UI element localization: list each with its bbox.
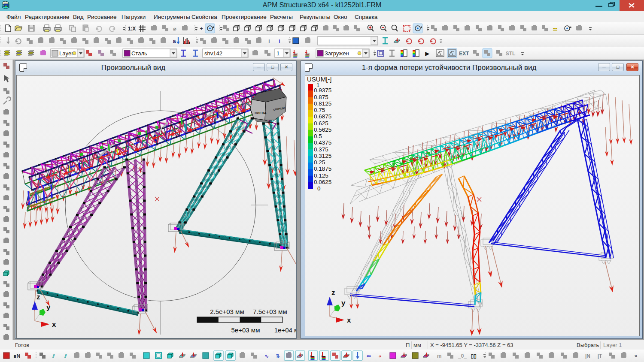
svg-text:⫽: ⫽ [64, 353, 67, 359]
svg-text:1:X: 1:X [128, 26, 136, 32]
svg-text:0.75: 0.75 [314, 107, 325, 113]
svg-text:7.5e+03 мм: 7.5e+03 мм [253, 308, 287, 315]
svg-text:⌀: ⌀ [173, 26, 176, 32]
svg-text:»: » [635, 353, 638, 359]
svg-text:0.6875: 0.6875 [314, 113, 331, 120]
svg-text:0.1875: 0.1875 [314, 166, 331, 172]
svg-text:EXT: EXT [459, 51, 469, 57]
svg-text:⇅: ⇅ [276, 353, 280, 359]
svg-text:+: + [200, 26, 203, 32]
svg-text:0.5: 0.5 [314, 133, 322, 139]
svg-text:i: i [279, 38, 280, 44]
svg-text:1: 1 [276, 50, 279, 57]
svg-text:2.5e+03 мм: 2.5e+03 мм [210, 308, 244, 315]
svg-text:|T: |T [598, 353, 602, 359]
svg-text:0.0625: 0.0625 [314, 179, 331, 185]
svg-text:shv142: shv142 [204, 50, 222, 57]
svg-text:0.9375: 0.9375 [314, 87, 331, 94]
svg-text:0.875: 0.875 [314, 94, 328, 100]
svg-text:0.375: 0.375 [314, 146, 328, 153]
svg-text:y: y [341, 299, 346, 307]
svg-text:0.625: 0.625 [314, 120, 328, 127]
svg-text:0: 0 [317, 185, 321, 192]
svg-text:∎N: ∎N [13, 353, 20, 359]
svg-text:Загружен: Загружен [325, 50, 349, 57]
svg-text:Layer: Layer [59, 50, 73, 57]
svg-text:0.8125: 0.8125 [314, 100, 331, 107]
svg-text:а: а [173, 38, 176, 44]
svg-text:Сталь: Сталь [131, 50, 147, 57]
svg-text:⫽: ⫽ [52, 353, 55, 359]
svg-text:0.4375: 0.4375 [314, 139, 331, 146]
svg-text:СЛЕВА: СЛЕВА [255, 111, 267, 115]
svg-text:m: m [437, 353, 442, 359]
svg-text:_0_: _0_ [458, 353, 467, 359]
svg-text:0.125: 0.125 [314, 172, 328, 179]
svg-text:5e+03 мм: 5e+03 мм [231, 326, 260, 334]
svg-text:0.25: 0.25 [314, 159, 325, 166]
svg-text:z: z [36, 293, 40, 301]
svg-text:⍆: ⍆ [378, 353, 381, 359]
svg-text:0.5625: 0.5625 [314, 127, 331, 133]
svg-text:1e+04 м: 1e+04 м [274, 326, 296, 334]
svg-text:▯▯: ▯▯ [471, 353, 476, 359]
svg-text:x: x [52, 320, 56, 329]
svg-text:0.3125: 0.3125 [314, 153, 331, 159]
svg-text:i: i [268, 38, 270, 44]
svg-text:z: z [331, 289, 335, 297]
svg-text:⚍: ⚍ [553, 26, 558, 32]
svg-text:▶: ▶ [425, 51, 429, 57]
svg-text:x: x [347, 316, 351, 324]
svg-text:|N: |N [585, 353, 590, 359]
svg-text:∿: ∿ [264, 353, 269, 359]
svg-text:STL: STL [506, 51, 516, 57]
svg-text:y: y [46, 303, 51, 311]
svg-text:⇐: ⇐ [367, 353, 371, 359]
